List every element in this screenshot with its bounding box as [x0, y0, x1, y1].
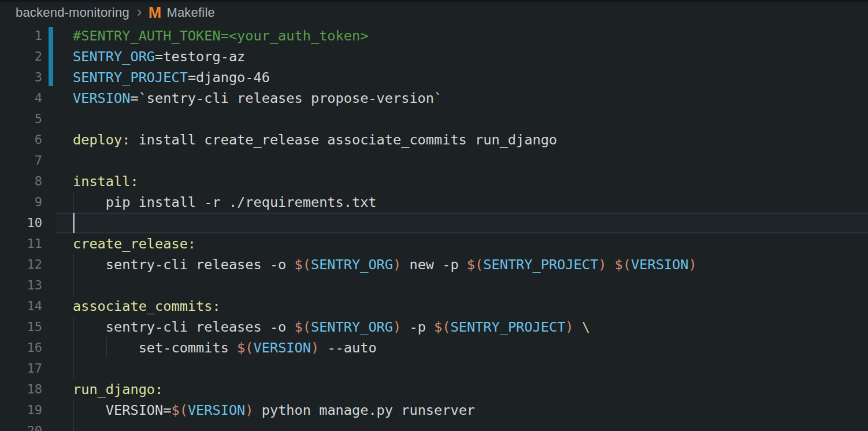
line-number[interactable]: 8: [0, 171, 42, 192]
code-line[interactable]: 2SENTRY_ORG=testorg-az: [0, 46, 868, 67]
code-text[interactable]: set-commits $(VERSION) --auto: [73, 337, 377, 358]
code-line[interactable]: 14associate_commits:: [0, 296, 868, 317]
code-token: VERSION: [631, 257, 688, 273]
code-token: #SENTRY_AUTH_TOKEN=<your_auth_token>: [73, 28, 368, 44]
line-number[interactable]: 11: [0, 233, 42, 254]
code-line[interactable]: 3SENTRY_PROJECT=django-46: [0, 67, 868, 88]
code-token: $(: [615, 257, 631, 273]
code-token: VERSION: [73, 90, 130, 106]
code-token: [606, 257, 614, 273]
code-text[interactable]: SENTRY_ORG=testorg-az: [73, 46, 245, 67]
code-token: $(: [434, 319, 450, 335]
code-line[interactable]: 18run_django:: [0, 379, 868, 400]
code-text[interactable]: run_django:: [73, 379, 163, 400]
code-token: --auto: [319, 340, 376, 356]
breadcrumb-folder[interactable]: backend-monitoring: [16, 5, 129, 20]
code-text[interactable]: #SENTRY_AUTH_TOKEN=<your_auth_token>: [73, 25, 368, 46]
code-text[interactable]: associate_commits:: [73, 296, 221, 317]
code-text[interactable]: sentry-cli releases -o $(SENTRY_ORG) -p …: [73, 317, 590, 337]
code-token: VERSION: [188, 402, 245, 418]
code-text[interactable]: SENTRY_PROJECT=django-46: [73, 67, 270, 88]
code-text[interactable]: create_release:: [73, 233, 196, 254]
indent-guide: [73, 421, 74, 431]
code-text[interactable]: VERSION=$(VERSION) python manage.py runs…: [73, 400, 475, 421]
makefile-icon: M: [149, 0, 162, 25]
code-text[interactable]: sentry-cli releases -o $(SENTRY_ORG) new…: [73, 254, 697, 275]
line-number[interactable]: 6: [0, 129, 42, 150]
line-number[interactable]: 10: [0, 213, 42, 233]
editor-lines[interactable]: 1#SENTRY_AUTH_TOKEN=<your_auth_token>2SE…: [0, 25, 868, 431]
code-text[interactable]: install:: [73, 171, 139, 192]
code-token: sentry-cli releases -o: [73, 257, 295, 273]
indent-guide: [73, 275, 74, 296]
line-number[interactable]: 14: [0, 296, 42, 317]
code-line[interactable]: 11create_release:: [0, 233, 868, 254]
code-text[interactable]: deploy: install create_release associate…: [73, 129, 557, 150]
code-token: associate_commits:: [73, 298, 221, 314]
code-line[interactable]: 1#SENTRY_AUTH_TOKEN=<your_auth_token>: [0, 25, 868, 46]
code-line[interactable]: 9 pip install -r ./requirements.txt: [0, 192, 868, 213]
code-token: pip install -r ./requirements.txt: [73, 194, 377, 210]
code-line[interactable]: 10: [0, 213, 868, 233]
code-line[interactable]: 4VERSION=`sentry-cli releases propose-ve…: [0, 88, 868, 109]
line-number[interactable]: 7: [0, 150, 42, 171]
breadcrumb: backend-monitoring › M Makefile: [0, 0, 868, 25]
code-line[interactable]: 19 VERSION=$(VERSION) python manage.py r…: [0, 400, 868, 421]
breadcrumb-file-label: Makefile: [166, 5, 215, 20]
code-line[interactable]: 5: [0, 109, 868, 129]
line-number[interactable]: 5: [0, 109, 42, 129]
line-number[interactable]: 15: [0, 317, 42, 337]
code-token: ): [565, 319, 573, 335]
code-token: SENTRY_ORG: [311, 257, 393, 273]
code-token: -p: [401, 319, 434, 335]
code-token: install create_release associate_commits…: [130, 132, 557, 148]
line-number[interactable]: 16: [0, 337, 42, 358]
text-cursor: [73, 213, 75, 233]
code-line[interactable]: 6deploy: install create_release associat…: [0, 129, 868, 150]
breadcrumb-file[interactable]: M Makefile: [149, 0, 215, 25]
code-token: SENTRY_PROJECT: [483, 257, 598, 273]
code-token: $(: [171, 402, 187, 418]
line-number[interactable]: 19: [0, 400, 42, 421]
code-line[interactable]: 15 sentry-cli releases -o $(SENTRY_ORG) …: [0, 317, 868, 337]
code-token: run_django:: [73, 381, 163, 397]
code-token: create_release:: [73, 236, 196, 252]
indent-guide: [73, 358, 74, 379]
code-line[interactable]: 8install:: [0, 171, 868, 192]
code-token: $(: [467, 257, 483, 273]
line-number[interactable]: 20: [0, 421, 42, 431]
code-text[interactable]: pip install -r ./requirements.txt: [73, 192, 377, 213]
line-number[interactable]: 9: [0, 192, 42, 213]
code-token: [574, 319, 582, 335]
code-line[interactable]: 17: [0, 358, 868, 379]
code-token: ): [311, 340, 319, 356]
code-line[interactable]: 12 sentry-cli releases -o $(SENTRY_ORG) …: [0, 254, 868, 275]
code-token: =django-46: [188, 69, 270, 86]
gutter-modified-indicator[interactable]: [49, 27, 53, 86]
code-line[interactable]: 7: [0, 150, 868, 171]
code-line[interactable]: 20: [0, 421, 868, 431]
line-number[interactable]: 12: [0, 254, 42, 275]
code-token: SENTRY_PROJECT: [73, 69, 188, 86]
line-number[interactable]: 3: [0, 67, 42, 88]
line-number[interactable]: 17: [0, 358, 42, 379]
code-token: ): [245, 402, 253, 418]
code-line[interactable]: 13: [0, 275, 868, 296]
code-token: new -p: [401, 257, 467, 273]
code-token: =testorg-az: [155, 49, 245, 65]
code-token: $(: [295, 257, 311, 273]
line-number[interactable]: 2: [0, 46, 42, 67]
line-number[interactable]: 4: [0, 88, 42, 109]
code-token: \: [582, 319, 590, 335]
active-line-highlight: [55, 213, 868, 233]
code-token: ): [393, 319, 401, 335]
line-number[interactable]: 1: [0, 25, 42, 46]
code-token: ): [393, 257, 401, 273]
code-token: $(: [295, 319, 311, 335]
line-number[interactable]: 13: [0, 275, 42, 296]
code-text[interactable]: VERSION=`sentry-cli releases propose-ver…: [73, 88, 442, 109]
code-line[interactable]: 16 set-commits $(VERSION) --auto: [0, 337, 868, 358]
code-token: install:: [73, 173, 139, 190]
code-token: deploy:: [73, 132, 130, 148]
line-number[interactable]: 18: [0, 379, 42, 400]
